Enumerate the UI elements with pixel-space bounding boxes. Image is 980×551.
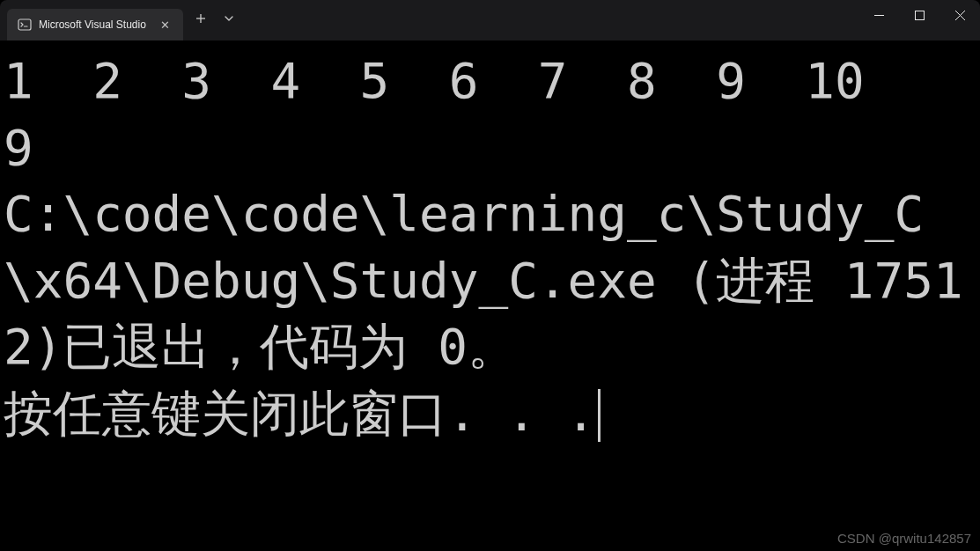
tab-active[interactable]: Microsoft Visual Studio ✕ [7, 9, 183, 40]
tab-title: Microsoft Visual Studio [39, 18, 146, 31]
tab-dropdown-button[interactable] [215, 4, 243, 33]
terminal-line: 1 2 3 4 5 6 7 8 9 10 [4, 48, 976, 114]
window-controls [858, 0, 980, 40]
watermark: CSDN @qrwitu142857 [837, 531, 971, 546]
minimize-button[interactable] [858, 0, 899, 30]
new-tab-button[interactable] [187, 4, 215, 33]
terminal-icon [18, 18, 32, 32]
tab-actions [187, 0, 243, 40]
terminal-line: 按任意键关闭此窗口. . . [4, 380, 976, 447]
titlebar-left: Microsoft Visual Studio ✕ [0, 0, 243, 40]
terminal-line: 9 [4, 114, 976, 181]
tab-close-button[interactable]: ✕ [158, 18, 173, 32]
terminal[interactable]: 1 2 3 4 5 6 7 8 9 109C:\code\code\learni… [0, 40, 980, 551]
svg-rect-0 [18, 19, 31, 30]
cursor [598, 389, 601, 442]
terminal-content: 1 2 3 4 5 6 7 8 9 109C:\code\code\learni… [4, 48, 976, 447]
close-button[interactable] [939, 0, 980, 30]
maximize-button[interactable] [899, 0, 939, 30]
titlebar: Microsoft Visual Studio ✕ [0, 0, 980, 40]
svg-rect-5 [915, 11, 924, 19]
terminal-line: C:\code\code\learning_c\Study_C\x64\Debu… [4, 180, 976, 380]
